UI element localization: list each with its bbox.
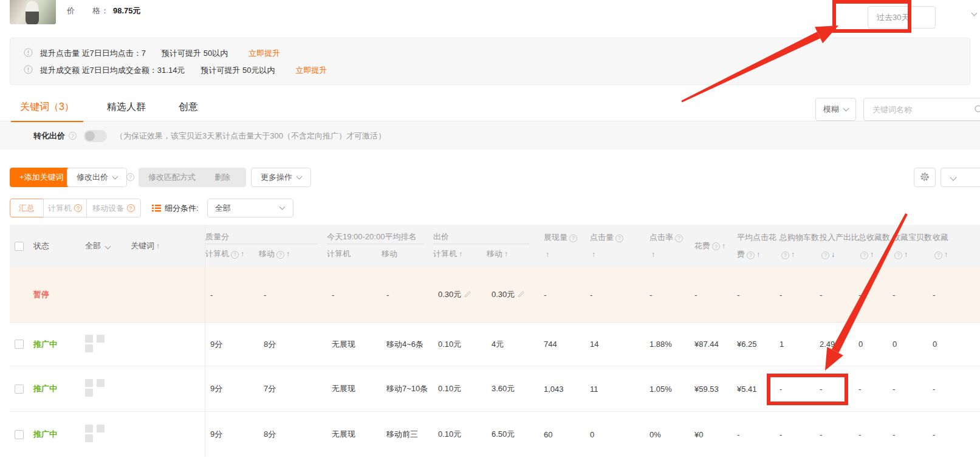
chevron-down-icon[interactable] (971, 10, 978, 16)
sort-up-icon[interactable]: ↑ (156, 242, 160, 250)
boost-now-link[interactable]: 立即提升 (248, 48, 280, 59)
censored-block (85, 389, 93, 397)
search-icon[interactable] (974, 104, 980, 116)
sort-down-icon[interactable]: ↓ (831, 250, 835, 259)
help-icon[interactable]: ? (127, 204, 135, 212)
sort-up-icon[interactable]: ↑ (651, 250, 655, 259)
censored-block (85, 335, 93, 343)
tab-audiences[interactable]: 精选人群 (98, 92, 155, 121)
help-icon[interactable]: ? (821, 251, 829, 259)
notice-estimate: 预计可提升 50以内 (162, 48, 228, 59)
help-icon[interactable]: ? (276, 251, 284, 259)
conversion-bid-toggle[interactable] (84, 130, 107, 142)
table-cell: 744 (539, 340, 585, 349)
row-cells: ----0.30元0.30元---------- (205, 267, 980, 322)
table-header-row: 状态全部关键词↑质量分计算机?↑移动?↑今天19:00-20:00平均排名计算机… (10, 225, 980, 267)
segment-condition-select[interactable]: 全部 (207, 199, 293, 217)
table-cell: - (645, 290, 690, 299)
sort-up-icon[interactable]: ↑ (546, 250, 549, 259)
status-cell: 暂停 (29, 289, 79, 300)
sort-up-icon[interactable]: ↑ (870, 250, 874, 259)
segment-mobile[interactable]: 移动设备? (86, 199, 141, 217)
column-header: 收藏宝贝数?↑ (888, 225, 928, 267)
status-filter-dropdown[interactable]: 全部 (79, 241, 117, 251)
status-badge: 推广中 (33, 384, 57, 393)
info-icon (24, 48, 33, 59)
table-cell: 8分 (259, 339, 327, 350)
table-cell: 1.05% (645, 385, 690, 394)
select-all-checkbox[interactable] (15, 242, 24, 251)
sort-up-icon[interactable]: ↑ (504, 250, 508, 258)
column-header: 总购物车数?↑ (775, 225, 815, 267)
delete-button[interactable]: 删除 (199, 168, 246, 187)
table-cell: - (775, 385, 815, 394)
sort-up-icon[interactable]: ↑ (944, 250, 948, 259)
help-icon[interactable]: ? (860, 251, 868, 259)
help-icon[interactable]: ? (747, 251, 755, 259)
sort-up-icon[interactable]: ↑ (459, 250, 462, 258)
edit-bid-button[interactable]: 修改出价 (67, 168, 127, 187)
help-icon[interactable]: ? (74, 204, 82, 212)
date-range-select[interactable]: 过去30天 (868, 6, 936, 29)
sort-up-icon[interactable]: ↑ (286, 250, 290, 258)
help-icon[interactable]: ? (934, 251, 942, 259)
sort-up-icon[interactable]: ↑ (722, 242, 725, 250)
sort-up-icon[interactable]: ↑ (592, 250, 595, 259)
column-group-label: 出价 (433, 231, 529, 244)
censored-block (97, 379, 105, 387)
sort-up-icon[interactable]: ↑ (791, 250, 795, 259)
sort-up-icon[interactable]: ↑ (756, 250, 760, 259)
more-actions-button[interactable]: 更多操作 (251, 168, 311, 187)
help-icon[interactable]: ? (126, 173, 134, 181)
edit-bid-icon[interactable] (464, 290, 471, 298)
sort-up-icon[interactable]: ↑ (904, 250, 908, 259)
column-header: 投入产出比?↓ (815, 225, 854, 267)
column-header: 点击量?↑ (585, 225, 645, 267)
row-checkbox[interactable] (15, 430, 24, 439)
column-header: 总收藏数?↑ (854, 225, 888, 267)
tab-label: 精选人群 (107, 101, 146, 114)
help-icon[interactable]: ? (231, 251, 239, 259)
help-icon[interactable]: ? (894, 251, 902, 259)
table-cell: - (888, 385, 928, 394)
conversion-bid-label: 转化出价 (33, 131, 65, 142)
table-cell: 无展现 (327, 429, 382, 440)
edit-match-type-button[interactable]: 修改匹配方式 (139, 168, 205, 187)
help-icon[interactable]: ? (712, 242, 720, 250)
help-icon[interactable]: ? (615, 234, 623, 242)
censored-block (85, 344, 93, 352)
add-keyword-button[interactable]: +添加关键词 (10, 168, 74, 187)
row-mid-cell (79, 379, 117, 398)
chevron-down-icon (112, 173, 118, 179)
boost-now-link[interactable]: 立即提升 (295, 65, 327, 76)
row-checkbox[interactable] (15, 340, 24, 349)
table-cell: 0.10元 (433, 339, 487, 350)
table-cell: - (928, 290, 980, 299)
table-cell: - (327, 290, 382, 299)
segment-summary[interactable]: 汇总 (10, 199, 44, 217)
chevron-down-icon[interactable] (105, 244, 111, 250)
segment-condition-value: 全部 (215, 203, 231, 214)
match-mode-value: 模糊 (823, 104, 839, 115)
segment-pc[interactable]: 计算机? (43, 199, 87, 217)
row-checkbox[interactable] (15, 385, 24, 394)
collapse-button[interactable] (941, 168, 980, 187)
status-cell: 推广中 (29, 383, 79, 394)
tab-creatives[interactable]: 创意 (170, 92, 207, 121)
sort-up-icon[interactable]: ↑ (241, 250, 244, 258)
table-cell: - (259, 290, 327, 299)
segment-label: 计算机 (48, 203, 72, 214)
table-cell: - (815, 290, 854, 299)
help-icon[interactable]: ? (69, 132, 77, 140)
tab-keywords[interactable]: 关键词（3） (11, 92, 83, 121)
help-icon[interactable]: ? (675, 234, 683, 242)
table-cell: - (854, 430, 888, 439)
info-icon (24, 65, 33, 76)
help-icon[interactable]: ? (781, 251, 789, 259)
help-icon[interactable]: ? (569, 234, 577, 242)
table-header-left: 状态全部关键词↑ (10, 225, 205, 267)
match-mode-dropdown[interactable]: 模糊 (815, 98, 856, 121)
edit-bid-icon[interactable] (517, 290, 525, 298)
settings-button[interactable] (914, 168, 936, 187)
keyword-search-input[interactable] (871, 99, 968, 120)
